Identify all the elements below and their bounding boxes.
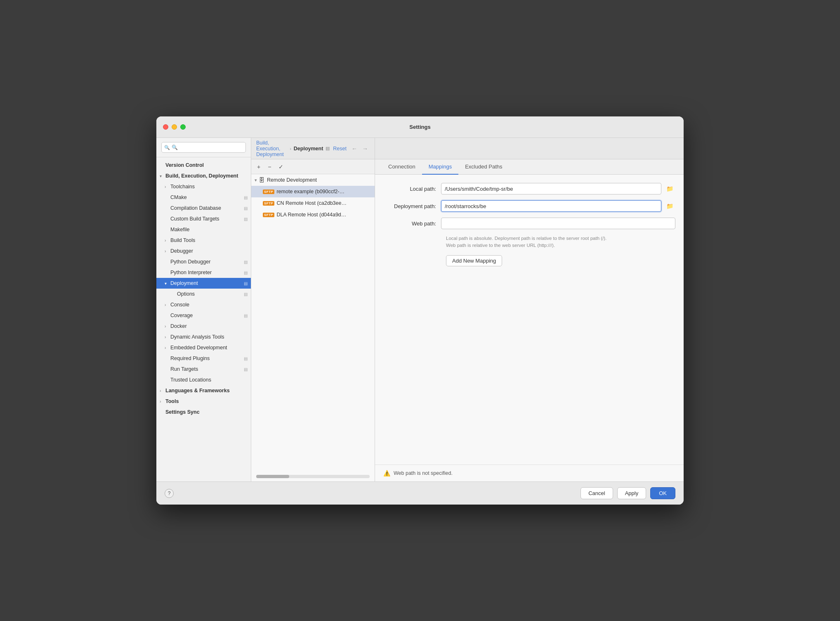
chevron-icon: ▾	[165, 281, 170, 286]
deployment-item-dla-remote[interactable]: SFTP DLA Remote Host (d044a9d…	[251, 209, 375, 220]
sidebar-item-settings-sync[interactable]: Settings Sync	[156, 407, 251, 417]
deployment-path-folder-button[interactable]: 📁	[664, 200, 675, 212]
apply-button[interactable]: Apply	[617, 487, 647, 499]
sftp-badge: SFTP	[263, 190, 274, 194]
sidebar-item-label: Python Debugger	[170, 259, 244, 265]
deployment-item-remote-example[interactable]: SFTP remote example (b090ccf2-…	[251, 186, 375, 197]
local-path-label: Local path:	[383, 186, 441, 192]
search-wrapper: 🔍	[161, 142, 246, 153]
sidebar-item-label: CMake	[170, 194, 244, 200]
sidebar-item-docker[interactable]: › Docker	[156, 321, 251, 332]
deployment-toolbar: + − ✓	[251, 159, 375, 174]
sidebar-item-label: Tools	[165, 398, 248, 404]
middle-panel: Build, Execution, Deployment › Deploymen…	[251, 138, 375, 481]
local-path-input[interactable]	[441, 183, 661, 194]
sidebar-item-run-targets[interactable]: Run Targets ▤	[156, 364, 251, 374]
window-title: Settings	[409, 124, 430, 130]
sidebar-item-custom-build-targets[interactable]: Custom Build Targets ▤	[156, 213, 251, 224]
search-input[interactable]	[161, 142, 246, 153]
sidebar-item-toolchains[interactable]: › Toolchains	[156, 181, 251, 192]
nav-back-button[interactable]: ←	[350, 145, 359, 153]
warning-bar: ⚠️ Web path is not specified.	[375, 465, 684, 481]
chevron-icon: ▾	[160, 174, 165, 178]
add-deployment-button[interactable]: +	[255, 163, 262, 171]
settings-icon: ▤	[244, 270, 248, 275]
chevron-icon: ›	[165, 303, 170, 307]
web-path-row: Web path:	[383, 218, 675, 229]
sidebar-item-build-tools[interactable]: › Build Tools	[156, 235, 251, 246]
sidebar-item-compilation-database[interactable]: Compilation Database ▤	[156, 203, 251, 213]
apply-deployment-button[interactable]: ✓	[277, 163, 285, 171]
local-path-input-wrapper: 📁	[441, 183, 675, 194]
chevron-icon: ›	[160, 389, 165, 393]
sidebar-item-build-execution-deployment[interactable]: ▾ Build, Execution, Deployment	[156, 171, 251, 181]
settings-icon: ▤	[244, 356, 248, 361]
cancel-button[interactable]: Cancel	[580, 487, 613, 499]
deployment-path-input[interactable]	[441, 200, 661, 212]
traffic-lights	[163, 124, 186, 130]
web-path-input-wrapper	[441, 218, 675, 229]
settings-icon: ▤	[244, 217, 248, 221]
ok-button[interactable]: OK	[650, 487, 675, 499]
chevron-icon: ›	[165, 324, 170, 329]
minimize-button[interactable]	[172, 124, 177, 130]
right-header	[375, 138, 684, 159]
sidebar-item-options[interactable]: Options ▤	[156, 289, 251, 299]
help-button[interactable]: ?	[165, 489, 174, 498]
tabs-bar: Connection Mappings Excluded Paths	[375, 159, 684, 175]
tab-connection[interactable]: Connection	[382, 159, 422, 175]
sidebar-item-label: Build Tools	[170, 237, 248, 243]
nav-forward-button[interactable]: →	[361, 145, 370, 153]
sidebar-item-required-plugins[interactable]: Required Plugins ▤	[156, 353, 251, 364]
sidebar-item-coverage[interactable]: Coverage ▤	[156, 310, 251, 321]
local-path-folder-button[interactable]: 📁	[664, 183, 675, 194]
web-path-input[interactable]	[441, 218, 675, 229]
sidebar-item-label: Dynamic Analysis Tools	[170, 334, 248, 340]
settings-window: Settings 🔍 Version Control ▾ Build, Exec…	[156, 116, 684, 505]
sidebar-item-deployment[interactable]: ▾ Deployment ▤	[156, 278, 251, 289]
settings-icon: ▤	[244, 292, 248, 296]
sidebar-tree: Version Control ▾ Build, Execution, Depl…	[156, 157, 251, 481]
sidebar-item-python-debugger[interactable]: Python Debugger ▤	[156, 256, 251, 267]
sidebar-item-trusted-locations[interactable]: Trusted Locations	[156, 374, 251, 385]
tab-mappings[interactable]: Mappings	[422, 159, 458, 175]
sidebar-item-python-interpreter[interactable]: Python Interpreter ▤	[156, 267, 251, 278]
add-new-mapping-button[interactable]: Add New Mapping	[446, 255, 502, 266]
sidebar-item-console[interactable]: › Console	[156, 299, 251, 310]
deployment-header-label: Remote Development	[267, 177, 317, 183]
mappings-content: Local path: 📁 Deployment path: 📁 Web pat…	[375, 175, 684, 465]
chevron-icon: ›	[165, 335, 170, 339]
sidebar-item-label: Version Control	[165, 162, 248, 168]
sidebar-item-makefile[interactable]: Makefile	[156, 224, 251, 235]
breadcrumb-parent[interactable]: Build, Execution, Deployment	[256, 140, 287, 157]
sidebar-item-label: Coverage	[170, 313, 244, 318]
sidebar-item-cmake[interactable]: CMake ▤	[156, 192, 251, 203]
sidebar-item-label: Docker	[170, 323, 248, 329]
sidebar-item-label: Console	[170, 302, 248, 308]
remove-deployment-button[interactable]: −	[266, 163, 273, 171]
sidebar-item-debugger[interactable]: › Debugger	[156, 246, 251, 256]
scrollbar-area	[251, 471, 375, 481]
sidebar-item-languages-frameworks[interactable]: › Languages & Frameworks	[156, 385, 251, 396]
sidebar-item-dynamic-analysis-tools[interactable]: › Dynamic Analysis Tools	[156, 332, 251, 342]
deployment-tree: ▾ 🗄 Remote Development SFTP remote examp…	[251, 174, 375, 471]
bottom-bar: ? Cancel Apply OK	[156, 481, 684, 505]
sidebar-item-label: Deployment	[170, 280, 244, 286]
right-panel: Connection Mappings Excluded Paths Local…	[375, 138, 684, 481]
tab-excluded-paths[interactable]: Excluded Paths	[458, 159, 509, 175]
sftp-badge: SFTP	[263, 213, 274, 217]
close-button[interactable]	[163, 124, 168, 130]
settings-icon: ▤	[244, 367, 248, 372]
settings-icon: ▤	[244, 206, 248, 211]
scroll-indicator[interactable]	[256, 475, 370, 478]
reset-button[interactable]: Reset	[333, 146, 347, 152]
deployment-item-cn-remote[interactable]: SFTP CN Remote Host (ca2db3ee…	[251, 197, 375, 209]
sidebar-item-version-control[interactable]: Version Control	[156, 160, 251, 171]
sidebar-item-embedded-development[interactable]: › Embedded Development	[156, 342, 251, 353]
hint-text: Local path is absolute. Deployment path …	[446, 235, 675, 249]
search-box: 🔍	[156, 138, 251, 157]
settings-icon: ▤	[244, 313, 248, 318]
sidebar-item-label: Custom Build Targets	[170, 216, 244, 222]
maximize-button[interactable]	[180, 124, 186, 130]
sidebar-item-tools[interactable]: › Tools	[156, 396, 251, 407]
